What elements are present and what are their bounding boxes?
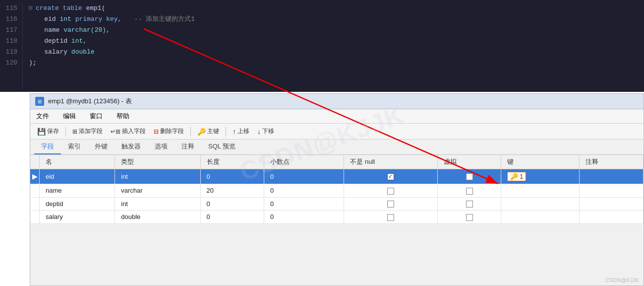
table-row-deptid[interactable]: deptid int 0 0 (30, 197, 644, 211)
menu-edit[interactable]: 编辑 (61, 111, 78, 122)
line-num-115: 115 (3, 3, 17, 14)
move-down-button[interactable]: ↓ 下移 (254, 126, 277, 137)
code-line-120: ); (29, 58, 638, 69)
field-notnull-salary[interactable] (344, 211, 438, 224)
primary-key-button[interactable]: 🔑 主键 (194, 126, 222, 137)
field-key-eid: 🔑 1 (501, 169, 580, 184)
field-name-deptid[interactable]: deptid (40, 197, 115, 211)
row-indicator-deptid (30, 197, 40, 211)
toolbar: 💾 保存 ⊞ 添加字段 ↵⊞ 插入字段 ⊟ 删除字段 🔑 主键 (30, 124, 644, 140)
table-row-salary[interactable]: salary double 0 0 (30, 211, 644, 224)
tab-sql-preview[interactable]: SQL 预览 (201, 140, 242, 154)
table-row-eid[interactable]: ▶ eid int 0 0 🔑 (30, 169, 644, 184)
field-name-eid[interactable]: eid (40, 169, 115, 184)
tab-triggers[interactable]: 触发器 (115, 140, 148, 154)
field-name-name[interactable]: name (40, 184, 115, 198)
move-down-label: 下移 (262, 127, 274, 136)
fields-table: 名 类型 长度 小数点 不是 null 虚拟 键 注释 ▶ eid (30, 155, 644, 224)
save-label: 保存 (47, 127, 59, 136)
field-type-name[interactable]: varchar (115, 184, 200, 198)
col-indicator (30, 155, 40, 169)
insert-field-icon: ↵⊞ (111, 128, 120, 135)
menu-help[interactable]: 帮助 (115, 111, 131, 122)
menu-file[interactable]: 文件 (34, 111, 51, 122)
line-num-118: 118 (3, 36, 17, 47)
row-indicator-name (30, 184, 40, 198)
code-line-118: deptid int, (29, 36, 638, 47)
key-value-eid: 1 (520, 173, 523, 180)
virtual-checkbox-deptid[interactable] (466, 201, 473, 208)
insert-field-label: 插入字段 (122, 127, 146, 136)
field-comment-eid[interactable] (580, 169, 644, 184)
col-virtual: 虚拟 (437, 155, 501, 169)
field-notnull-name[interactable] (344, 184, 438, 198)
col-decimal: 小数点 (264, 155, 344, 169)
field-type-deptid[interactable]: int (115, 197, 200, 211)
line-num-117: 117 (3, 25, 17, 36)
field-virtual-deptid[interactable] (437, 197, 501, 211)
primary-key-label: 主键 (207, 127, 219, 136)
add-field-button[interactable]: ⊞ 添加字段 (69, 126, 106, 137)
menu-window[interactable]: 窗口 (88, 111, 105, 122)
field-length-deptid[interactable]: 0 (200, 197, 264, 211)
add-field-icon: ⊞ (72, 128, 77, 135)
notnull-checkbox-name[interactable] (387, 188, 394, 195)
virtual-checkbox-salary[interactable] (466, 214, 473, 221)
field-length-salary[interactable]: 0 (200, 211, 264, 224)
virtual-checkbox-eid[interactable] (466, 173, 473, 180)
toolbar-separator-3 (226, 127, 226, 137)
save-button[interactable]: 💾 保存 (34, 126, 62, 137)
field-type-eid[interactable]: int (115, 169, 200, 184)
add-field-label: 添加字段 (79, 127, 103, 136)
notnull-checkbox-eid[interactable] (387, 173, 394, 180)
save-icon: 💾 (37, 128, 46, 136)
field-decimal-salary[interactable]: 0 (264, 211, 344, 224)
insert-field-button[interactable]: ↵⊞ 插入字段 (108, 126, 149, 137)
field-comment-name[interactable] (580, 184, 644, 198)
col-key: 键 (501, 155, 580, 169)
tab-comment[interactable]: 注释 (175, 140, 201, 154)
field-decimal-eid[interactable]: 0 (264, 169, 344, 184)
line-numbers: 115 116 117 118 119 120 (0, 3, 23, 89)
key-badge-eid: 🔑 1 (507, 172, 526, 181)
notnull-checkbox-salary[interactable] (387, 214, 394, 221)
field-length-eid[interactable]: 0 (200, 169, 264, 184)
line-num-119: 119 (3, 47, 17, 58)
line-num-120: 120 (3, 58, 17, 69)
field-decimal-deptid[interactable]: 0 (264, 197, 344, 211)
db-tool-window: ⊞ emp1 @mydb1 (123456) - 表 文件 编辑 窗口 帮助 💾… (30, 93, 644, 286)
move-up-button[interactable]: ↑ 上移 (230, 126, 252, 137)
field-length-name[interactable]: 20 (200, 184, 264, 198)
tab-options[interactable]: 选项 (148, 140, 175, 154)
db-titlebar: ⊞ emp1 @mydb1 (123456) - 表 (30, 94, 644, 109)
field-comment-salary[interactable] (580, 211, 644, 224)
field-key-deptid (501, 197, 580, 211)
toolbar-separator-1 (65, 127, 66, 137)
notnull-checkbox-deptid[interactable] (387, 201, 394, 208)
toolbar-separator-2 (190, 127, 191, 137)
table-row-name[interactable]: name varchar 20 0 (30, 184, 644, 198)
delete-field-icon: ⊟ (154, 128, 159, 135)
table-icon: ⊞ (35, 97, 44, 106)
field-virtual-name[interactable] (437, 184, 501, 198)
menubar[interactable]: 文件 编辑 窗口 帮助 (30, 109, 644, 124)
virtual-checkbox-name[interactable] (466, 188, 473, 195)
fields-table-area: 名 类型 长度 小数点 不是 null 虚拟 键 注释 ▶ eid (30, 155, 644, 224)
field-type-salary[interactable]: double (115, 211, 200, 224)
field-name-salary[interactable]: salary (40, 211, 115, 224)
field-comment-deptid[interactable] (580, 197, 644, 211)
tab-index[interactable]: 索引 (61, 140, 88, 154)
window-title: emp1 @mydb1 (123456) - 表 (48, 97, 132, 106)
field-decimal-name[interactable]: 0 (264, 184, 344, 198)
col-type: 类型 (115, 155, 200, 169)
tab-foreign-key[interactable]: 外键 (88, 140, 115, 154)
bottom-credit: CSDN@KJJK (605, 277, 639, 283)
col-comment: 注释 (580, 155, 644, 169)
field-notnull-eid[interactable] (344, 169, 438, 184)
delete-field-button[interactable]: ⊟ 删除字段 (151, 126, 187, 137)
field-notnull-deptid[interactable] (344, 197, 438, 211)
tab-fields[interactable]: 字段 (34, 140, 61, 154)
field-virtual-salary[interactable] (437, 211, 501, 224)
col-name: 名 (40, 155, 115, 169)
field-virtual-eid[interactable] (437, 169, 501, 184)
